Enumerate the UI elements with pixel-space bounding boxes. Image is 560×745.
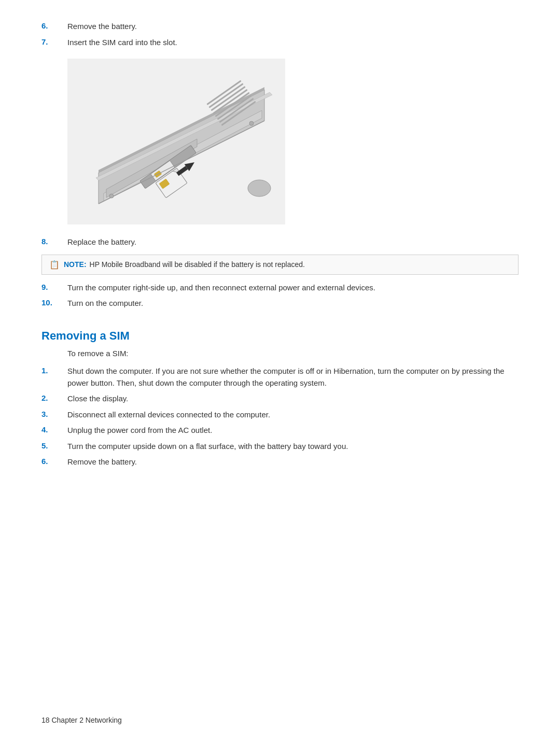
step-text: Shut down the computer. If you are not s… [67, 366, 519, 389]
list-item: 7. Insert the SIM card into the slot. [41, 37, 519, 49]
step-number: 6. [41, 456, 67, 466]
step-number: 8. [41, 236, 67, 246]
step-text: Disconnect all external devices connecte… [67, 409, 519, 421]
footer-text: 18 Chapter 2 Networking [41, 716, 122, 724]
step-number: 9. [41, 282, 67, 291]
step-text: Remove the battery. [67, 21, 519, 33]
step-number: 2. [41, 393, 67, 402]
note-box: 📋 NOTE:HP Mobile Broadband will be disab… [41, 255, 519, 275]
step-text: Turn on the computer. [67, 298, 519, 310]
note-label: NOTE: [64, 260, 87, 269]
list-item: 8. Replace the battery. [41, 236, 519, 248]
svg-point-24 [109, 194, 114, 198]
svg-point-22 [248, 180, 271, 196]
note-text: NOTE:HP Mobile Broadband will be disable… [64, 259, 305, 270]
step-text: Remove the battery. [67, 456, 519, 468]
list-item: 1. Shut down the computer. If you are no… [41, 366, 519, 389]
list-item: 5. Turn the computer upside down on a fl… [41, 441, 519, 453]
section-title: Removing a SIM [41, 324, 519, 343]
step-number: 3. [41, 409, 67, 418]
list-item: 3. Disconnect all external devices conne… [41, 409, 519, 421]
step-number: 7. [41, 37, 67, 46]
top-steps-list: 6. Remove the battery. 7. Insert the SIM… [41, 21, 519, 48]
step-text: Unplug the power cord from the AC outlet… [67, 425, 519, 437]
bottom-top-steps-list: 8. Replace the battery. [41, 236, 519, 248]
list-item: 6. Remove the battery. [41, 456, 519, 468]
step-number: 4. [41, 425, 67, 434]
step-number: 1. [41, 366, 67, 375]
content-area: 6. Remove the battery. 7. Insert the SIM… [41, 21, 519, 468]
svg-point-25 [249, 121, 254, 125]
steps-9-10-list: 9. Turn the computer right-side up, and … [41, 282, 519, 310]
intro-text: To remove a SIM: [67, 348, 519, 360]
step-text: Insert the SIM card into the slot. [67, 37, 519, 49]
step-text: Turn the computer right-side up, and the… [67, 282, 519, 294]
list-item: 4. Unplug the power cord from the AC out… [41, 425, 519, 437]
list-item: 9. Turn the computer right-side up, and … [41, 282, 519, 294]
laptop-illustration [67, 59, 285, 224]
list-item: 2. Close the display. [41, 393, 519, 405]
removing-steps-list: 1. Shut down the computer. If you are no… [41, 366, 519, 468]
list-item: 10. Turn on the computer. [41, 298, 519, 310]
page-footer: 18 Chapter 2 Networking [41, 716, 122, 724]
note-icon: 📋 [49, 260, 60, 270]
step-number: 5. [41, 441, 67, 450]
step-text: Replace the battery. [67, 236, 519, 248]
list-item: 6. Remove the battery. [41, 21, 519, 33]
image-container [67, 59, 519, 226]
step-text: Close the display. [67, 393, 519, 405]
step-text: Turn the computer upside down on a flat … [67, 441, 519, 453]
step-number: 10. [41, 298, 67, 307]
step-number: 6. [41, 21, 67, 30]
